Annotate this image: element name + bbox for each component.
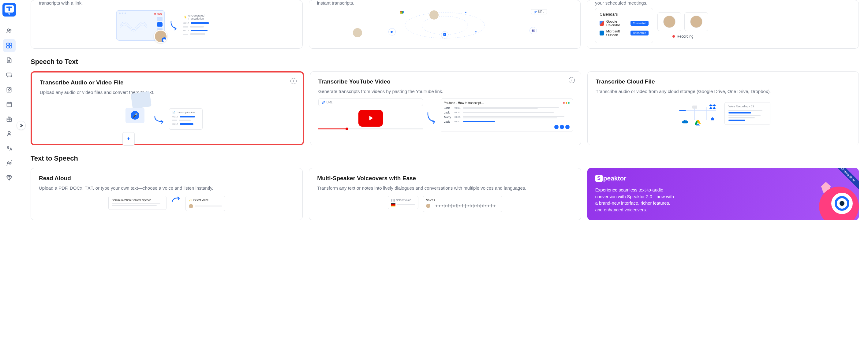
card-desc: Upload a PDF, DOCx, TXT, or type your ow… [39, 185, 294, 192]
card-title: Read Aloud [39, 175, 294, 182]
nav-plug-icon[interactable] [3, 157, 16, 169]
card-desc: Transcribe audio or video from any cloud… [596, 88, 850, 95]
feature-card-instant[interactable]: instant transcripts. URL [309, 0, 581, 48]
nav-profile-icon[interactable] [3, 127, 16, 140]
card-transcribe-file[interactable]: i Transcribe Audio or Video File Upload … [31, 71, 304, 145]
onedrive-icon [681, 118, 689, 126]
svg-point-26 [713, 119, 713, 119]
cloud-illustration: Voice Recording - 03 [596, 101, 850, 126]
main-content: transcripts with a link. REC [18, 0, 868, 226]
flag-de-icon [391, 203, 396, 206]
sidebar [0, 0, 18, 226]
svg-rect-16 [444, 34, 445, 35]
nav-translate-icon[interactable] [3, 142, 16, 155]
section-title-tts: Text to Speech [31, 155, 859, 162]
top-feature-row: transcripts with a link. REC [31, 0, 859, 48]
svg-rect-23 [533, 30, 535, 32]
app-logo[interactable] [2, 3, 16, 16]
nav-dashboard-icon[interactable] [3, 39, 16, 52]
transcription-file-illustration: 📄Transcription File 01:12 01:12 [169, 108, 203, 130]
card-desc: your scheduled meetings. [595, 0, 850, 5]
nav-document-icon[interactable] [3, 54, 16, 67]
svg-point-4 [9, 29, 11, 31]
url-chip: URL [531, 9, 547, 14]
outlook-icon [599, 31, 603, 35]
nav-notes-icon[interactable] [3, 83, 16, 96]
arrow-icon [154, 114, 166, 124]
card-multi-speaker[interactable]: Multi-Speaker Voiceovers with Ease Trans… [309, 168, 581, 220]
nav-gift-icon[interactable] [3, 112, 16, 125]
transcription-panel-illustration: ✨AI Generated Transcription 01:12 01:12 [183, 14, 217, 37]
card-title: Multi-Speaker Voiceovers with Ease [317, 175, 572, 182]
card-transcribe-youtube[interactable]: i Transcribe YouTube Video Generate tran… [310, 71, 582, 145]
avatar-box [657, 12, 681, 31]
svg-rect-21 [532, 30, 533, 32]
svg-rect-7 [7, 46, 9, 48]
info-icon[interactable]: i [290, 78, 297, 84]
transcript-panel-illustration: Youtube - How to transcript… Jack01:11 J… [441, 99, 573, 132]
google-drive-icon [694, 119, 702, 127]
dropbox-icon [709, 103, 716, 111]
url-input-illustration: URL [318, 99, 423, 106]
svg-rect-27 [712, 117, 713, 118]
speaktor-description: Experience seamless text-to-audio conver… [595, 187, 675, 213]
google-calendar-icon [599, 21, 604, 26]
svg-rect-17 [391, 31, 393, 33]
calendar-panel: Calendars Google Calendar Connected Micr… [595, 8, 653, 43]
card-desc: instant transcripts. [317, 0, 572, 5]
card-transcribe-cloud[interactable]: Transcribe Cloud File Transcribe audio o… [587, 71, 859, 145]
youtube-illustration: URL Youtube - How to transcript… Jack01:… [318, 99, 573, 132]
speaktor-mascot-icon [810, 177, 859, 220]
section-title-stt: Speech to Text [31, 58, 859, 66]
voice-avatar-icon [189, 204, 193, 208]
card-title: Transcribe Cloud File [596, 78, 850, 85]
connected-badge: Connected [630, 21, 649, 26]
info-icon[interactable]: i [569, 77, 575, 83]
connected-badge: Connected [630, 31, 649, 35]
card-speaktor-promo[interactable]: Coming Soon Speaktor Experience seamless… [587, 168, 859, 220]
card-desc: Generate transcripts from videos by past… [318, 88, 573, 95]
read-aloud-illustration: Communication Content Speech ✨Select Voi… [39, 196, 294, 211]
card-desc: transcripts with a link. [39, 0, 294, 5]
svg-rect-9 [7, 102, 12, 107]
sidebar-expand-toggle[interactable] [17, 121, 26, 130]
recording-status: Recording [673, 34, 693, 38]
stt-row: i Transcribe Audio or Video File Upload … [31, 71, 859, 145]
feature-card-record[interactable]: transcripts with a link. REC [31, 0, 303, 48]
nav-calendar-icon[interactable] [3, 98, 16, 111]
card-read-aloud[interactable]: Read Aloud Upload a PDF, DOCx, TXT, or t… [31, 168, 303, 220]
youtube-play-icon [359, 110, 383, 127]
avatar-icon [154, 30, 167, 43]
svg-point-22 [533, 29, 535, 31]
nav-team-icon[interactable] [3, 25, 16, 37]
svg-rect-24 [711, 118, 714, 120]
nav-diamond-icon[interactable] [3, 171, 16, 184]
integration-network-illustration: URL [317, 8, 572, 39]
google-meet-icon [399, 8, 406, 16]
multi-speaker-illustration: |||||Select Voice Voices [317, 196, 572, 212]
svg-rect-2 [8, 7, 10, 11]
feature-card-calendar[interactable]: your scheduled meetings. Calendars Googl… [587, 0, 859, 48]
svg-point-11 [8, 132, 10, 134]
avatar-icon [353, 28, 362, 37]
svg-rect-20 [400, 12, 402, 14]
svg-rect-5 [7, 43, 9, 45]
tts-row: Read Aloud Upload a PDF, DOCx, TXT, or t… [31, 168, 859, 220]
svg-rect-19 [400, 11, 402, 12]
nav-chat-icon[interactable] [3, 68, 16, 81]
arrow-icon [427, 111, 437, 126]
svg-rect-6 [9, 43, 12, 45]
bot-icon [709, 115, 716, 123]
card-title: Transcribe Audio or Video File [40, 79, 295, 86]
voice-avatar-icon [426, 204, 430, 208]
upload-icon [122, 132, 135, 145]
upload-illustration: 🎤 📄Transcription File 01:12 01:12 [132, 92, 203, 145]
avatar-box [684, 12, 708, 31]
teams-icon [529, 27, 537, 34]
svg-rect-8 [9, 46, 12, 48]
transkriptor-icon [441, 31, 448, 38]
voice-recording-illustration: Voice Recording - 03 [724, 102, 770, 125]
arrow-icon [171, 196, 181, 204]
card-desc: Transform any text or notes into lively … [317, 185, 572, 192]
card-title: Transcribe YouTube Video [318, 78, 573, 85]
